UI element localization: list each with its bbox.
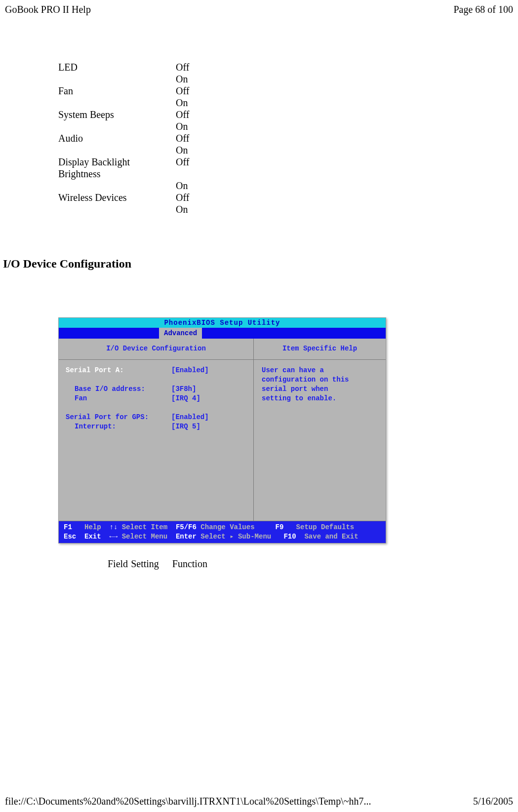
- label-select-sub: Select ▸ Sub-Menu: [200, 532, 271, 541]
- table-row: On: [58, 144, 205, 156]
- table-row: LEDOff: [58, 61, 205, 73]
- page-indicator: Page 68 of 100: [453, 4, 513, 15]
- setting-value: Off: [176, 156, 205, 180]
- label-setup-defaults: Setup Defaults: [296, 523, 355, 532]
- bios-field-serial-gps: Serial Port for GPS:: [66, 413, 171, 422]
- tab-advanced: Advanced: [159, 328, 202, 339]
- setting-label: Audio: [58, 132, 176, 144]
- key-enter: Enter: [176, 532, 197, 541]
- bios-help-panel: Item Specific Help User can have a confi…: [254, 339, 386, 521]
- key-f5f6: F5/F6: [176, 523, 197, 532]
- footer-date: 5/16/2005: [473, 796, 513, 807]
- setting-value: On: [176, 120, 205, 132]
- col-function: Function: [172, 558, 207, 569]
- arrows-up-down-icon: ↑↓: [109, 523, 118, 532]
- setting-label: Fan: [58, 85, 176, 97]
- footer-path: file://C:\Documents%20and%20Settings\bar…: [5, 796, 371, 807]
- help-line: serial port when: [262, 385, 378, 394]
- setting-value: On: [176, 73, 205, 85]
- table-row: On: [58, 180, 205, 192]
- key-f1: F1: [64, 523, 72, 532]
- settings-table: LEDOff On FanOff On System BeepsOff On A…: [58, 61, 205, 215]
- help-line: User can have a: [262, 366, 378, 375]
- bios-screenshot: PhoenixBIOS Setup Utility Advanced I/O D…: [58, 317, 386, 543]
- bios-right-title: Item Specific Help: [254, 339, 386, 360]
- table-row: On: [58, 97, 205, 109]
- doc-title: GoBook PRO II Help: [5, 4, 91, 15]
- bios-tab-bar: Advanced: [59, 328, 386, 339]
- label-exit: Exit: [84, 532, 101, 541]
- table-row: Wireless DevicesOff: [58, 192, 205, 203]
- bios-value: [Enabled]: [171, 366, 209, 375]
- setting-value: Off: [176, 85, 205, 97]
- bios-field-interrupt: Interrupt:: [66, 422, 171, 431]
- table-row: On: [58, 203, 205, 215]
- arrows-left-right-icon: ←→: [109, 532, 118, 541]
- key-f10: F10: [283, 532, 296, 541]
- col-setting: Setting: [131, 558, 159, 569]
- setting-value: On: [176, 144, 205, 156]
- bios-value: [IRQ 5]: [171, 422, 200, 431]
- bios-value: [3F8h]: [171, 385, 196, 394]
- label-change-values: Change Values: [200, 523, 254, 532]
- table-row: On: [58, 120, 205, 132]
- setting-label: System Beeps: [58, 109, 176, 120]
- setting-value: On: [176, 97, 205, 109]
- label-select-item: Select Item: [122, 523, 167, 532]
- help-line: setting to enable.: [262, 394, 378, 403]
- bios-field-fan: Fan: [66, 394, 171, 403]
- setting-label: LED: [58, 61, 176, 73]
- setting-value: Off: [176, 192, 205, 203]
- setting-value: Off: [176, 61, 205, 73]
- label-help: Help: [84, 523, 101, 532]
- label-select-menu: Select Menu: [122, 532, 167, 541]
- bios-value: [IRQ 4]: [171, 394, 200, 403]
- bios-value: [Enabled]: [171, 413, 209, 422]
- bios-title: PhoenixBIOS Setup Utility: [59, 318, 386, 328]
- help-line: configuration on this: [262, 375, 378, 385]
- bios-field-serial-a: Serial Port A:: [66, 366, 171, 375]
- table-row: On: [58, 73, 205, 85]
- table-row: Display Backlight BrightnessOff: [58, 156, 205, 180]
- setting-value: Off: [176, 132, 205, 144]
- table-row: System BeepsOff: [58, 109, 205, 120]
- col-field: Field: [108, 558, 128, 569]
- setting-label: Wireless Devices: [58, 192, 176, 203]
- setting-label: Display Backlight Brightness: [58, 156, 176, 180]
- key-f9: F9: [276, 523, 284, 532]
- bios-field-base-io: Base I/O address:: [66, 385, 171, 394]
- label-save-exit: Save and Exit: [304, 532, 358, 541]
- bios-footer: F1 Help ↑↓ Select Item F5/F6 Change Valu…: [59, 521, 386, 543]
- setting-value: On: [176, 203, 205, 215]
- bios-left-panel: I/O Device Configuration Serial Port A: …: [59, 339, 254, 521]
- section-title: I/O Device Configuration: [3, 257, 518, 271]
- bios-left-title: I/O Device Configuration: [59, 339, 253, 360]
- key-esc: Esc: [64, 532, 76, 541]
- table-row: FanOff: [58, 85, 205, 97]
- table-row: AudioOff: [58, 132, 205, 144]
- setting-value: Off: [176, 109, 205, 120]
- setting-value: On: [176, 180, 205, 192]
- field-headers: FieldSetting Function: [108, 558, 518, 570]
